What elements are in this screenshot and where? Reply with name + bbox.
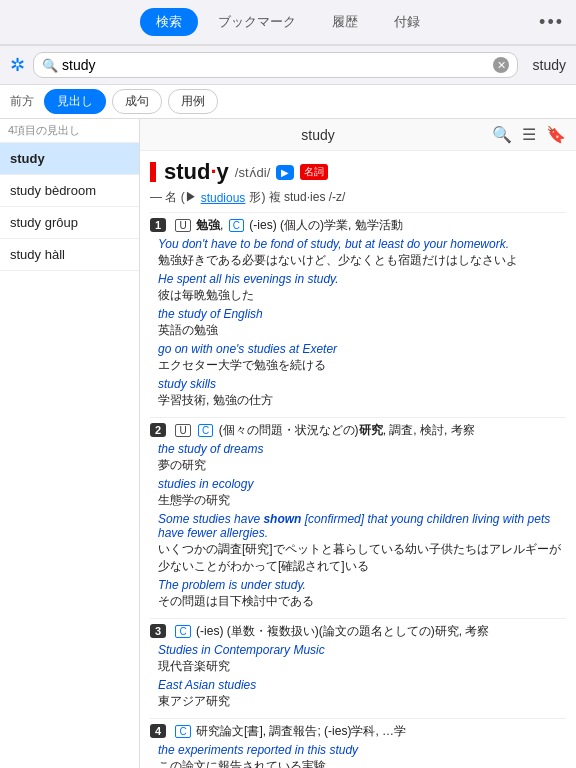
tab-appendix[interactable]: 付録	[378, 8, 436, 36]
list-item[interactable]: study hàll	[0, 239, 139, 271]
headword: stud·y	[164, 159, 229, 185]
right-icons: 🔍 ☰ 🔖	[492, 125, 566, 144]
cat-midashi[interactable]: 見出し	[44, 89, 106, 114]
bookmark-icon-btn[interactable]: 🔖	[546, 125, 566, 144]
example-1-1: You don't have to be fond of study, but …	[158, 237, 566, 269]
example-en: studies in ecology	[158, 477, 566, 491]
result-count: 4項目の見出し	[0, 119, 139, 143]
example-en: The problem is under study.	[158, 578, 566, 592]
example-jp: 東アジア研究	[158, 693, 566, 710]
example-en: go on with one's studies at Exeter	[158, 342, 566, 356]
category-tabs: 前方 見出し 成句 用例	[0, 85, 576, 119]
search-input[interactable]	[62, 57, 493, 73]
search-icon-btn[interactable]: 🔍	[492, 125, 512, 144]
divider	[150, 618, 566, 619]
example-1-4: go on with one's studies at Exeter エクセター…	[158, 342, 566, 374]
right-header: study 🔍 ☰ 🔖	[140, 119, 576, 151]
right-search-term: study	[150, 127, 486, 143]
cat-example[interactable]: 用例	[168, 89, 218, 114]
example-3-2: East Asian studies 東アジア研究	[158, 678, 566, 710]
divider	[150, 718, 566, 719]
sense-num-1: 1	[150, 218, 166, 232]
phonetic: /stʌ́di/	[235, 165, 270, 180]
example-1-5: study skills 学習技術, 勉強の仕方	[158, 377, 566, 409]
prefix-label: 前方	[10, 93, 34, 110]
sense-block-3: 3 C (-ies) (単数・複数扱い)(論文の題名としての)研究, 考察 St…	[150, 623, 566, 710]
sense-def-2: 2 U C (個々の問題・状況などの)研究, 調査, 検討, 考察	[150, 422, 566, 439]
clear-button[interactable]: ✕	[493, 57, 509, 73]
sense-def-3: 3 C (-ies) (単数・複数扱い)(論文の題名としての)研究, 考察	[150, 623, 566, 640]
example-jp: エクセター大学で勉強を続ける	[158, 357, 566, 374]
right-search-term: study	[526, 57, 566, 73]
example-3-1: Studies in Contemporary Music 現代音楽研究	[158, 643, 566, 675]
example-en: Some studies have shown [confirmed] that…	[158, 512, 566, 540]
search-input-wrap: 🔍 ✕	[33, 52, 518, 78]
example-jp: いくつかの調査[研究]でペットと暮らしている幼い子供たちはアレルギーが少ないこと…	[158, 541, 566, 575]
sense-block-2: 2 U C (個々の問題・状況などの)研究, 調査, 検討, 考察 the st…	[150, 422, 566, 610]
badge-c3: C	[175, 625, 190, 638]
sense-num-2: 2	[150, 423, 166, 437]
example-en: the study of dreams	[158, 442, 566, 456]
example-jp: 英語の勉強	[158, 322, 566, 339]
sense-block-1: 1 U 勉強, C (-ies) (個人の)学業, 勉学活動 You don't…	[150, 217, 566, 409]
example-1-2: He spent all his evenings in study. 彼は毎晩…	[158, 272, 566, 304]
meta-form: 形) 複 stud·ies /-z/	[249, 189, 345, 206]
example-jp: その問題は目下検討中である	[158, 593, 566, 610]
example-en: the study of English	[158, 307, 566, 321]
list-icon-btn[interactable]: ☰	[522, 125, 536, 144]
left-panel: 4項目の見出し study study bèdroom study grôup …	[0, 119, 140, 768]
search-magnifier-icon: 🔍	[42, 58, 58, 73]
more-button[interactable]: •••	[539, 12, 564, 33]
right-panel: study 🔍 ☰ 🔖 stud·y /stʌ́di/ ▶ 名詞 — 名 (	[140, 119, 576, 768]
bracket-name: — 名 (▶	[150, 189, 197, 206]
pos-badge: 名詞	[300, 164, 328, 180]
example-en: You don't have to be fond of study, but …	[158, 237, 566, 251]
list-item[interactable]: study	[0, 143, 139, 175]
top-bar: 検索 ブックマーク 履歴 付録 •••	[0, 0, 576, 46]
cat-idiom[interactable]: 成句	[112, 89, 162, 114]
headword-row: stud·y /stʌ́di/ ▶ 名詞	[150, 159, 566, 185]
badge-c2: C	[198, 424, 213, 437]
example-jp: 生態学の研究	[158, 492, 566, 509]
example-jp: 勉強好きである必要はないけど、少なくとも宿題だけはしなさいよ	[158, 252, 566, 269]
meta-row: — 名 (▶ studious 形) 複 stud·ies /-z/	[150, 189, 566, 206]
badge-u2: U	[175, 424, 190, 437]
badge-u: U	[175, 219, 190, 232]
sense-block-4: 4 C 研究論文[書], 調査報告; (-ies)学科, …学 the expe…	[150, 723, 566, 768]
list-item[interactable]: study bèdroom	[0, 175, 139, 207]
sense-num-3: 3	[150, 624, 166, 638]
example-jp: 彼は毎晩勉強した	[158, 287, 566, 304]
example-2-1: the study of dreams 夢の研究	[158, 442, 566, 474]
example-jp: 現代音楽研究	[158, 658, 566, 675]
red-bullet	[150, 162, 156, 182]
tab-bookmark[interactable]: ブックマーク	[202, 8, 312, 36]
example-en: Studies in Contemporary Music	[158, 643, 566, 657]
example-1-3: the study of English 英語の勉強	[158, 307, 566, 339]
sense-num-4: 4	[150, 724, 166, 738]
badge-c: C	[229, 219, 244, 232]
sense-def-1: 1 U 勉強, C (-ies) (個人の)学業, 勉学活動	[150, 217, 566, 234]
list-item[interactable]: study grôup	[0, 207, 139, 239]
search-bar: ✲ 🔍 ✕ study	[0, 46, 576, 85]
example-2-4: The problem is under study. その問題は目下検討中であ…	[158, 578, 566, 610]
snowflake-icon: ✲	[10, 54, 25, 76]
badge-c4: C	[175, 725, 190, 738]
sense-def-4: 4 C 研究論文[書], 調査報告; (-ies)学科, …学	[150, 723, 566, 740]
example-2-2: studies in ecology 生態学の研究	[158, 477, 566, 509]
example-jp: 夢の研究	[158, 457, 566, 474]
dict-content: stud·y /stʌ́di/ ▶ 名詞 — 名 (▶ studious 形) …	[140, 151, 576, 768]
tab-search[interactable]: 検索	[140, 8, 198, 36]
divider	[150, 212, 566, 213]
main-layout: 4項目の見出し study study bèdroom study grôup …	[0, 119, 576, 768]
example-en: East Asian studies	[158, 678, 566, 692]
example-en: He spent all his evenings in study.	[158, 272, 566, 286]
tab-history[interactable]: 履歴	[316, 8, 374, 36]
example-en: the experiments reported in this study	[158, 743, 566, 757]
divider	[150, 417, 566, 418]
example-jp: この論文に報告されている実験	[158, 758, 566, 768]
studious-link[interactable]: studious	[201, 191, 246, 205]
example-2-3: Some studies have shown [confirmed] that…	[158, 512, 566, 575]
example-4-1: the experiments reported in this study こ…	[158, 743, 566, 768]
audio-button[interactable]: ▶	[276, 165, 294, 180]
example-jp: 学習技術, 勉強の仕方	[158, 392, 566, 409]
